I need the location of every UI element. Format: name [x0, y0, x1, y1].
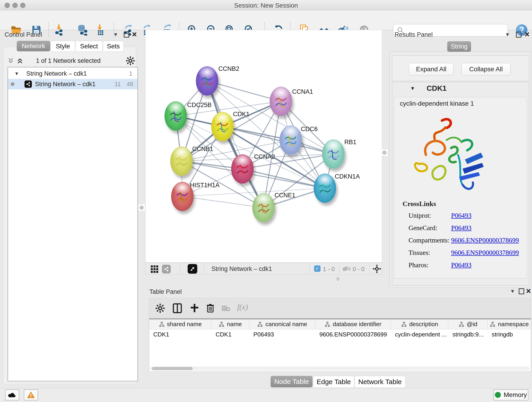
memory-button[interactable]: Memory — [494, 389, 528, 400]
left-splitter-handle[interactable] — [138, 204, 145, 211]
cloud-button[interactable] — [5, 389, 19, 400]
table-horizontal-scrollbar[interactable] — [150, 366, 530, 370]
crosslink-uniprot-link[interactable]: P06493 — [451, 212, 472, 219]
network-node-CCNA1[interactable] — [270, 87, 292, 116]
main-toolbar: ? — [0, 10, 532, 30]
node-label-RB1: RB1 — [344, 139, 356, 146]
cell-id[interactable]: stringdb:9... — [448, 329, 488, 339]
close-results-icon[interactable]: × — [525, 32, 530, 37]
tab-network[interactable]: Network — [17, 41, 50, 51]
table-options-gear-icon[interactable] — [155, 303, 165, 313]
float-panel-icon[interactable] — [124, 32, 129, 38]
network-node-CCNB1[interactable] — [170, 147, 193, 176]
title-bar: Session: New Session — [0, 0, 532, 10]
protein-ribbon-thumbnail — [234, 161, 250, 179]
cell-database-identifier[interactable]: 9606.ENSP00000378699 — [315, 329, 391, 339]
entry-expander-icon[interactable]: ▼ — [410, 85, 415, 91]
network-node-RB1[interactable] — [322, 139, 345, 169]
expand-collapse-box: Expand All Collapse All — [392, 56, 529, 81]
navbar-separator — [180, 264, 180, 274]
selected-checkbox[interactable]: ✓ — [314, 265, 321, 272]
birds-eye-view-icon[interactable] — [150, 265, 159, 274]
network-node-CCNA2[interactable] — [231, 154, 254, 184]
memory-status-dot — [495, 392, 501, 398]
close-panel-icon[interactable]: × — [132, 32, 137, 37]
network-node-CDC25B[interactable] — [165, 101, 187, 131]
cell-description[interactable]: cyclin-dependent ... — [391, 329, 448, 339]
column-type-icon — [159, 321, 165, 327]
cell-name[interactable]: CDK1 — [211, 329, 249, 339]
tab-node-table[interactable]: Node Table — [271, 376, 312, 387]
tab-edge-table[interactable]: Edge Table — [313, 376, 355, 388]
protein-ribbon-thumbnail — [174, 188, 190, 206]
cell-shared-name[interactable]: CDK1 — [149, 329, 211, 339]
network-node-CCNB2[interactable] — [196, 66, 218, 96]
column-header-namespace[interactable]: namespace — [488, 319, 531, 329]
network-node-CCNE1[interactable] — [252, 193, 275, 222]
pan-crosshair-icon[interactable] — [372, 264, 381, 274]
delete-column-trash-icon[interactable] — [206, 303, 215, 313]
column-header-database-identifier[interactable]: database identifier — [315, 319, 391, 329]
column-type-icon — [458, 321, 464, 327]
crosslink-compartments-link[interactable]: 9606.ENSP00000378699 — [451, 236, 519, 244]
selected-count: 1 - 0 — [323, 266, 335, 273]
network-canvas[interactable]: CCNB2CCNA1CDC25BCDK1CDC6RB1CCNB1CCNA2CDK… — [145, 30, 382, 263]
collapse-panel-icon[interactable]: ▼ — [113, 32, 118, 38]
collapse-all-button[interactable]: Collapse All — [462, 63, 510, 75]
tab-network-table[interactable]: Network Table — [355, 376, 405, 388]
network-edge[interactable] — [182, 196, 264, 208]
function-builder-icon[interactable]: f(x) — [237, 303, 248, 312]
hidden-count: 0 - 0 — [353, 266, 365, 273]
table-toolbar: f(x) — [149, 298, 531, 318]
protein-structure-image — [405, 114, 492, 203]
float-results-icon[interactable] — [516, 32, 521, 38]
window-title: Session: New Session — [0, 2, 532, 9]
node-label-CDK1: CDK1 — [233, 111, 249, 118]
edge-count: 48 — [127, 81, 133, 88]
column-header-name[interactable]: name — [211, 319, 249, 329]
collapse-results-icon[interactable]: ▼ — [505, 32, 510, 38]
tab-sets[interactable]: Sets — [103, 41, 124, 52]
cell-canonical-name[interactable]: P06493 — [249, 329, 315, 339]
tab-style[interactable]: Style — [51, 41, 75, 52]
open-in-window-icon[interactable] — [188, 264, 197, 274]
collapse-all-icon[interactable] — [7, 57, 15, 64]
delete-table-icon[interactable] — [222, 305, 231, 312]
crosslink-pharos-link[interactable]: P06493 — [451, 261, 472, 269]
horizontal-splitter-handle[interactable] — [336, 277, 340, 281]
expand-all-icon[interactable] — [16, 57, 24, 64]
tree-expander-icon[interactable]: ▼ — [14, 71, 19, 76]
node-table: shared name name canonical name database… — [149, 319, 531, 372]
network-node-CDC6[interactable] — [279, 125, 302, 155]
collapse-table-icon[interactable]: ▼ — [510, 288, 515, 294]
network-options-gear-icon[interactable] — [126, 56, 135, 65]
network-node-CDK1[interactable] — [211, 112, 234, 141]
crosslink-label: Uniprot: — [409, 212, 431, 219]
node-label-CCNA2: CCNA2 — [254, 153, 275, 160]
show-columns-icon[interactable] — [172, 303, 183, 314]
memory-label: Memory — [504, 391, 527, 399]
crosslink-tissues-link[interactable]: 9606.ENSP00000378699 — [451, 249, 519, 256]
network-edge[interactable] — [242, 169, 325, 188]
cell-namespace[interactable]: stringdb — [488, 329, 531, 339]
network-node-CDKN1A[interactable] — [314, 173, 336, 203]
create-column-plus-icon[interactable] — [190, 303, 200, 313]
crosslink-genecard-link[interactable]: P06493 — [451, 224, 472, 232]
expand-all-button[interactable]: Expand All — [409, 63, 454, 75]
close-table-icon[interactable]: × — [526, 289, 531, 293]
column-header-canonical-name[interactable]: canonical name — [249, 319, 315, 329]
column-header-id[interactable]: @id — [448, 319, 488, 329]
network-collection-row[interactable]: ▼ String Network – cdk1 1 — [8, 68, 138, 79]
warning-button[interactable] — [24, 389, 38, 400]
column-type-icon — [401, 321, 407, 327]
column-header-description[interactable]: description — [391, 319, 448, 329]
column-type-icon — [490, 321, 496, 327]
string-panel-toggle-icon[interactable] — [162, 265, 171, 274]
column-header-shared-name[interactable]: shared name — [149, 319, 211, 329]
tab-string[interactable]: String — [447, 41, 471, 52]
tab-select[interactable]: Select — [75, 41, 103, 52]
network-row-selected[interactable]: String Network – cdk1 11 48 — [8, 79, 138, 89]
node-label-CCNE1: CCNE1 — [274, 192, 296, 199]
scrollbar-thumb[interactable] — [152, 367, 193, 370]
float-table-icon[interactable] — [519, 288, 524, 294]
